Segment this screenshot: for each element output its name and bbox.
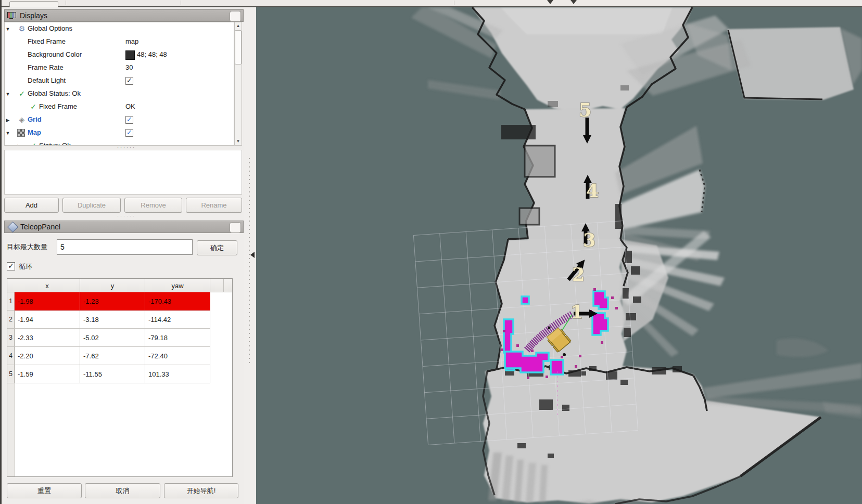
panel-detach-button[interactable] (230, 11, 241, 22)
loop-label: 循环 (19, 262, 32, 272)
expander-down-icon[interactable]: ▼ (5, 131, 11, 136)
row-number[interactable]: 1 (7, 292, 15, 311)
costmap-blob (551, 360, 563, 374)
expander-down-icon[interactable]: ▼ (5, 27, 11, 32)
rename-button[interactable]: Rename (186, 198, 242, 213)
dropdown-arrow-icon[interactable] (571, 0, 577, 4)
tree-item-value[interactable]: 48; 48; 48 (137, 50, 167, 58)
cell-yaw[interactable]: -114.42 (145, 311, 210, 329)
waypoint-table[interactable]: xyyaw 1-1.98-1.23-170.432-1.94-3.18-114.… (7, 278, 233, 477)
tree-item-label: Default Light (28, 76, 66, 84)
table-row[interactable]: 2-1.94-3.18-114.42 (7, 311, 223, 329)
tree-item-value[interactable]: 30 (125, 63, 133, 71)
svg-text:5: 5 (579, 99, 591, 121)
tree-row-global-options[interactable]: ▼⚙Global Options (5, 22, 234, 35)
panel-detach-button[interactable] (230, 222, 241, 233)
costmap-blob (592, 313, 608, 335)
displays-panel-title: Displays (20, 11, 47, 20)
status-check-icon: ✓ (29, 141, 38, 146)
horizontal-splitter[interactable]: ······ (117, 213, 136, 218)
table-row[interactable]: 1-1.98-1.23-170.43 (7, 292, 223, 311)
confirm-button[interactable]: 确定 (197, 240, 237, 255)
tree-row-fixed-frame[interactable]: Fixed Framemap (5, 35, 234, 48)
rviz-window: { "toolbar": {"icons": ["tool-button", "… (0, 0, 862, 504)
displays-tree[interactable]: ▼⚙Global OptionsFixed FramemapBackground… (4, 22, 234, 146)
enable-checkbox[interactable]: ✓ (125, 129, 133, 137)
tree-row-fixed-frame[interactable]: ✓Fixed FrameOK (5, 100, 234, 113)
table-header-row: xyyaw (7, 279, 232, 292)
diamond-icon (7, 221, 18, 232)
column-header-yaw[interactable]: yaw (145, 279, 210, 292)
table-row[interactable]: 3-2.33-5.02-79.18 (7, 329, 223, 347)
tree-row-map[interactable]: ▼Map✓ (5, 126, 234, 139)
tree-item-value[interactable]: map (125, 37, 138, 45)
column-header-x[interactable]: x (15, 279, 80, 292)
expander-right-icon[interactable]: ▶ (5, 118, 11, 123)
cell-x[interactable]: -2.20 (15, 347, 80, 365)
render-viewport[interactable]: 12345 (256, 7, 862, 504)
row-number[interactable]: 3 (7, 329, 15, 347)
displays-panel-header[interactable]: Displays (4, 9, 244, 22)
expander-down-icon[interactable]: ▼ (5, 92, 11, 97)
cell-yaw[interactable]: -72.40 (145, 347, 210, 365)
occupancy-map: 12345 (256, 7, 862, 504)
cell-y[interactable]: -1.23 (80, 292, 145, 311)
vertical-splitter[interactable] (244, 7, 256, 504)
remove-button[interactable]: Remove (124, 198, 182, 213)
start-navigation-button[interactable]: 开始导航! (164, 483, 238, 498)
cell-x[interactable]: -1.94 (15, 311, 80, 329)
dropdown-arrow-icon[interactable] (547, 0, 553, 4)
tree-item-label: Frame Rate (28, 63, 64, 71)
reset-button[interactable]: 重置 (7, 483, 82, 498)
scrollbar-thumb[interactable] (235, 30, 242, 64)
tree-scrollbar[interactable]: ▲ ▼ (234, 22, 242, 146)
scroll-up-icon[interactable]: ▲ (235, 22, 242, 30)
toolbar-separator (66, 1, 66, 5)
map-speck (548, 327, 551, 329)
map-icon (17, 129, 25, 137)
enable-checkbox[interactable]: ✓ (125, 116, 133, 124)
column-header-y[interactable]: y (80, 279, 145, 292)
tree-row-frame-rate[interactable]: Frame Rate30 (5, 61, 234, 74)
cell-yaw[interactable]: -170.43 (145, 292, 210, 311)
tree-item-label: Fixed Frame (28, 37, 66, 45)
color-swatch[interactable] (125, 50, 135, 60)
cell-y[interactable]: -3.18 (80, 311, 145, 329)
cell-y[interactable]: -7.62 (80, 347, 145, 365)
cancel-button[interactable]: 取消 (85, 483, 160, 498)
add-button[interactable]: Add (4, 198, 59, 213)
window-edge (0, 0, 2, 504)
teleop-panel-header[interactable]: TeleopPanel (4, 221, 244, 233)
row-number[interactable]: 4 (7, 347, 15, 365)
table-row[interactable]: 4-2.20-7.62-72.40 (7, 347, 223, 365)
max-targets-input[interactable] (57, 239, 193, 255)
tree-row-background-color[interactable]: Background Color 48; 48; 48 (5, 48, 234, 61)
tree-item-value[interactable]: OK (125, 102, 135, 110)
cell-y[interactable]: -5.02 (80, 329, 145, 347)
expander-right-icon[interactable]: ▶ (16, 144, 22, 146)
tree-row-global-status-ok[interactable]: ▼✓Global Status: Ok (5, 87, 234, 100)
cell-y[interactable]: -11.55 (80, 365, 145, 383)
cell-yaw[interactable]: 101.33 (145, 365, 210, 383)
tree-row-grid[interactable]: ▶◈Grid✓ (5, 113, 234, 126)
duplicate-button[interactable]: Duplicate (62, 198, 121, 213)
enable-checkbox[interactable]: ✓ (125, 77, 133, 85)
costmap-blob (522, 296, 529, 304)
collapse-arrow-icon[interactable] (250, 252, 255, 258)
cell-x[interactable]: -2.33 (15, 329, 80, 347)
cell-x[interactable]: -1.98 (15, 292, 80, 311)
loop-checkbox[interactable]: ✓ (7, 262, 15, 270)
horizontal-splitter[interactable]: ······ (117, 145, 136, 150)
cell-yaw[interactable]: -79.18 (145, 329, 210, 347)
toolbar-separator (181, 1, 181, 5)
svg-text:2: 2 (572, 264, 585, 285)
cell-x[interactable]: -1.59 (15, 365, 80, 383)
tree-row-default-light[interactable]: Default Light✓ (5, 74, 234, 87)
row-number[interactable]: 2 (7, 311, 15, 329)
max-targets-label: 目标最大数量 (7, 242, 47, 252)
tree-item-label: Grid (28, 115, 42, 123)
scroll-down-icon[interactable]: ▼ (235, 138, 242, 145)
row-number[interactable]: 5 (7, 365, 15, 383)
tree-item-label: Map (28, 128, 41, 136)
table-row[interactable]: 5-1.59-11.55101.33 (7, 365, 223, 383)
